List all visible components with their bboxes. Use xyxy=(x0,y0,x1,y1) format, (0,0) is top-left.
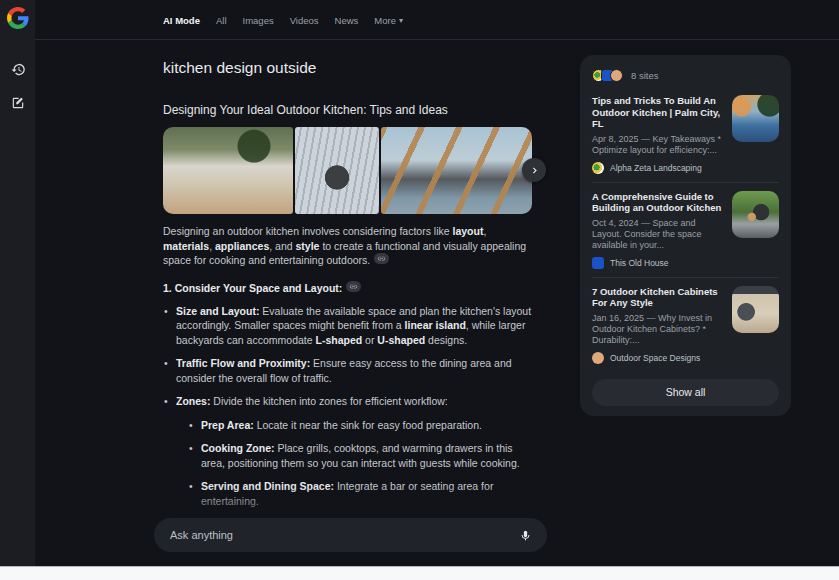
list-item: Cooking Zone: Place grills, cooktops, an… xyxy=(188,441,535,470)
tab-all[interactable]: All xyxy=(216,15,227,26)
link-icon xyxy=(349,282,358,291)
result-thumbnail[interactable] xyxy=(732,191,779,238)
result-thumbnail[interactable] xyxy=(732,95,779,142)
sites-count: 8 sites xyxy=(631,70,658,81)
sites-summary[interactable]: 8 sites xyxy=(592,65,779,85)
source-snippet: Oct 4, 2024 — Space and Layout. Consider… xyxy=(592,218,724,251)
carousel-next-button[interactable] xyxy=(522,158,546,182)
microphone-icon[interactable] xyxy=(516,526,534,544)
screenshot-frame: AI Mode All Images Videos News More ▾ ki… xyxy=(0,0,839,580)
section-1-heading: 1. Consider Your Space and Layout: xyxy=(163,281,535,295)
list-item: Prep Area: Locate it near the sink for e… xyxy=(188,418,535,433)
source-card-text: Tips and Tricks To Build An Outdoor Kitc… xyxy=(592,95,724,174)
source-favicon-icon xyxy=(592,352,604,364)
source-attribution: Outdoor Space Designs xyxy=(592,352,724,364)
citation-chip[interactable] xyxy=(346,281,361,292)
source-name: This Old House xyxy=(610,258,669,268)
source-attribution: Alpha Zeta Landscaping xyxy=(592,162,724,174)
source-card[interactable]: 7 Outdoor Kitchen Cabinets For Any Style… xyxy=(592,277,779,372)
search-tabs: AI Mode All Images Videos News More ▾ xyxy=(163,0,403,40)
source-name: Alpha Zeta Landscaping xyxy=(610,163,702,173)
page-bottom-strip xyxy=(0,566,839,580)
show-all-button[interactable]: Show all xyxy=(592,379,779,406)
source-title: Tips and Tricks To Build An Outdoor Kitc… xyxy=(592,95,724,130)
citation-chip[interactable] xyxy=(374,253,389,264)
ask-bar[interactable] xyxy=(154,518,547,552)
source-snippet: Jan 16, 2025 — Why Invest in Outdoor Kit… xyxy=(592,313,724,346)
link-icon xyxy=(377,254,386,263)
left-sidebar xyxy=(0,0,35,566)
image-carousel xyxy=(163,127,532,214)
result-thumbnail[interactable] xyxy=(732,286,779,333)
tab-images[interactable]: Images xyxy=(243,15,274,26)
site-favicon-icon xyxy=(610,69,623,82)
query-title: kitchen design outside xyxy=(163,58,535,78)
tab-videos[interactable]: Videos xyxy=(290,15,319,26)
source-card[interactable]: A Comprehensive Guide to Building an Out… xyxy=(592,182,779,277)
carousel-image-3[interactable] xyxy=(381,127,532,214)
tab-more-label: More xyxy=(374,15,396,26)
sources-panel: 8 sites Tips and Tricks To Build An Outd… xyxy=(580,55,791,416)
source-card[interactable]: Tips and Tricks To Build An Outdoor Kitc… xyxy=(592,87,779,182)
carousel-image-2[interactable] xyxy=(295,127,379,214)
source-card-text: A Comprehensive Guide to Building an Out… xyxy=(592,191,724,269)
answer-heading: Designing Your Ideal Outdoor Kitchen: Ti… xyxy=(163,103,535,117)
source-favicon-icon xyxy=(592,257,604,269)
intro-paragraph: Designing an outdoor kitchen involves co… xyxy=(163,224,535,268)
top-nav-bar: AI Mode All Images Videos News More ▾ xyxy=(35,0,839,40)
source-name: Outdoor Space Designs xyxy=(610,353,700,363)
tab-news[interactable]: News xyxy=(335,15,359,26)
compose-icon[interactable] xyxy=(8,93,28,113)
list-item: Traffic Flow and Proximity: Ensure easy … xyxy=(163,356,535,385)
google-ai-mode-app: AI Mode All Images Videos News More ▾ ki… xyxy=(0,0,839,566)
history-icon[interactable] xyxy=(8,59,28,79)
google-logo[interactable] xyxy=(6,6,30,30)
source-favicon-icon xyxy=(592,162,604,174)
chevron-right-icon xyxy=(530,166,539,175)
source-card-text: 7 Outdoor Kitchen Cabinets For Any Style… xyxy=(592,286,724,364)
source-snippet: Apr 8, 2025 — Key Takeaways * Optimize l… xyxy=(592,134,724,156)
list-item: Size and Layout: Evaluate the available … xyxy=(163,304,535,348)
source-attribution: This Old House xyxy=(592,257,724,269)
carousel-image-1[interactable] xyxy=(163,127,293,214)
source-title: 7 Outdoor Kitchen Cabinets For Any Style xyxy=(592,286,724,309)
tab-ai-mode[interactable]: AI Mode xyxy=(163,15,200,26)
source-title: A Comprehensive Guide to Building an Out… xyxy=(592,191,724,214)
chevron-down-icon: ▾ xyxy=(399,16,403,25)
site-favicon-stack xyxy=(592,69,623,82)
ask-input[interactable] xyxy=(170,529,516,541)
tab-more[interactable]: More ▾ xyxy=(374,15,403,26)
